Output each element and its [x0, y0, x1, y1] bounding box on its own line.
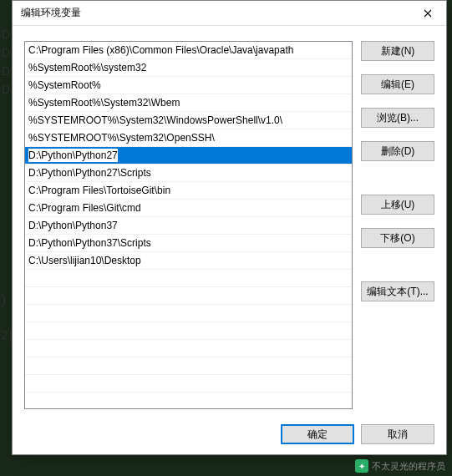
move-up-button[interactable]: 上移(U): [361, 195, 434, 215]
list-item[interactable]: D:\Python\Python27: [25, 147, 352, 165]
dialog-title: 编辑环境变量: [21, 6, 81, 20]
list-item[interactable]: D:\Python\Python27\Scripts: [25, 165, 352, 182]
background-fragments: D D D D ) 2): [2, 25, 12, 344]
watermark-text: 不太灵光的程序员: [372, 460, 445, 473]
browse-button[interactable]: 浏览(B)...: [361, 108, 434, 128]
move-down-button[interactable]: 下移(O): [361, 228, 434, 248]
list-item[interactable]: %SystemRoot%\System32\Wbem: [25, 94, 352, 112]
new-button[interactable]: 新建(N): [361, 41, 434, 61]
list-item[interactable]: C:\Program Files (x86)\Common Files\Orac…: [25, 42, 352, 59]
cancel-button[interactable]: 取消: [361, 424, 434, 444]
list-item[interactable]: %SYSTEMROOT%\System32\WindowsPowerShell\…: [25, 112, 352, 129]
side-buttons: 新建(N) 编辑(E) 浏览(B)... 删除(D) 上移(U) 下移(O) 编…: [361, 41, 434, 409]
footer-row: 确定 取消: [24, 418, 434, 444]
list-item[interactable]: D:\Python\Python37\Scripts: [25, 235, 352, 252]
edit-env-var-dialog: 编辑环境变量 C:\Program Files (x86)\Common Fil…: [12, 0, 447, 455]
titlebar: 编辑环境变量: [13, 1, 446, 26]
edit-button[interactable]: 编辑(E): [361, 74, 434, 94]
ok-button[interactable]: 确定: [281, 424, 354, 444]
wechat-icon: ✦: [355, 459, 368, 473]
list-item[interactable]: .: [25, 357, 352, 375]
close-button[interactable]: [409, 1, 446, 26]
list-item[interactable]: C:\Program Files\TortoiseGit\bin: [25, 182, 352, 200]
list-item[interactable]: .: [25, 305, 352, 322]
main-row: C:\Program Files (x86)\Common Files\Orac…: [24, 41, 434, 409]
list-item[interactable]: .: [25, 270, 352, 287]
list-item[interactable]: %SYSTEMROOT%\System32\OpenSSH\: [25, 129, 352, 147]
dialog-content: C:\Program Files (x86)\Common Files\Orac…: [13, 26, 446, 454]
path-listbox[interactable]: C:\Program Files (x86)\Common Files\Orac…: [24, 41, 353, 409]
list-item[interactable]: D:\Python\Python37: [25, 217, 352, 235]
list-item[interactable]: .: [25, 340, 352, 357]
delete-button[interactable]: 删除(D): [361, 141, 434, 161]
close-icon: [424, 9, 432, 18]
list-item[interactable]: .: [25, 322, 352, 340]
list-item[interactable]: C:\Program Files\Git\cmd: [25, 200, 352, 217]
list-item[interactable]: .: [25, 287, 352, 305]
list-item[interactable]: %SystemRoot%: [25, 77, 352, 94]
edit-text-button[interactable]: 编辑文本(T)...: [361, 281, 434, 301]
list-item[interactable]: C:\Users\lijian10\Desktop: [25, 252, 352, 270]
list-item[interactable]: .: [25, 375, 352, 392]
watermark: ✦ 不太灵光的程序员: [355, 459, 445, 473]
list-item[interactable]: %SystemRoot%\system32: [25, 59, 352, 77]
